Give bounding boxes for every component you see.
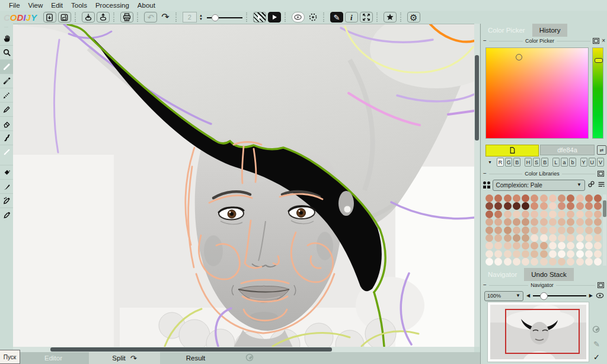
color-swatch[interactable] bbox=[594, 226, 602, 234]
color-swatch[interactable] bbox=[494, 226, 502, 234]
close-panel-icon[interactable]: × bbox=[602, 38, 605, 44]
color-swatch[interactable] bbox=[485, 202, 493, 210]
color-swatch[interactable] bbox=[585, 258, 593, 266]
spin-down-icon[interactable]: ▼ bbox=[199, 17, 203, 21]
color-swatch[interactable] bbox=[558, 226, 566, 234]
color-swatch[interactable] bbox=[531, 258, 538, 266]
color-swatch[interactable] bbox=[576, 258, 584, 266]
curve-tool[interactable] bbox=[0, 130, 13, 145]
print-button[interactable] bbox=[120, 12, 133, 23]
tab-split[interactable]: Split ↷ bbox=[89, 352, 160, 364]
color-swatch[interactable] bbox=[513, 234, 520, 242]
color-swatch[interactable] bbox=[594, 242, 602, 250]
color-swatch[interactable] bbox=[585, 234, 593, 242]
eraser-tool[interactable] bbox=[0, 116, 13, 130]
undo-button[interactable]: ↶ bbox=[144, 12, 157, 23]
color-swatch[interactable] bbox=[485, 194, 493, 202]
tab-undo-stack[interactable]: Undo Stack bbox=[524, 268, 573, 281]
color-swatch[interactable] bbox=[494, 218, 502, 226]
mode-button-v[interactable]: V bbox=[597, 158, 604, 167]
float-panel-icon[interactable] bbox=[598, 282, 604, 288]
collapse-icon[interactable]: − bbox=[483, 171, 487, 177]
color-swatch[interactable] bbox=[494, 258, 502, 266]
color-swatch[interactable] bbox=[485, 250, 493, 258]
color-swatch[interactable] bbox=[513, 226, 520, 234]
color-swatch[interactable] bbox=[531, 226, 538, 234]
brush-size-field[interactable]: 2 bbox=[183, 12, 197, 23]
color-swatch[interactable] bbox=[513, 242, 520, 250]
tab-editor[interactable]: Editor bbox=[18, 352, 89, 364]
color-swatch[interactable] bbox=[594, 250, 602, 258]
color-swatch[interactable] bbox=[558, 234, 566, 242]
color-swatch[interactable] bbox=[540, 210, 548, 218]
color-swatch[interactable] bbox=[522, 234, 529, 242]
color-swatch[interactable] bbox=[513, 194, 520, 202]
color-swatch[interactable] bbox=[513, 218, 520, 226]
brush-tool[interactable] bbox=[0, 179, 13, 193]
color-swatch[interactable] bbox=[531, 218, 538, 226]
color-swatch[interactable] bbox=[576, 226, 584, 234]
edit-pencil-icon[interactable]: ✎ bbox=[593, 340, 600, 349]
color-swatch[interactable] bbox=[504, 210, 512, 218]
menu-view[interactable]: View bbox=[24, 1, 47, 9]
color-swatch[interactable] bbox=[576, 202, 584, 210]
color-swatch[interactable] bbox=[585, 210, 593, 218]
brush-size-stepper[interactable]: ▲ ▼ bbox=[199, 14, 203, 21]
color-swatch[interactable] bbox=[558, 218, 566, 226]
export-button[interactable] bbox=[97, 12, 110, 23]
pen-tool[interactable] bbox=[0, 59, 13, 74]
color-swatch[interactable] bbox=[504, 194, 512, 202]
color-swatch[interactable] bbox=[540, 242, 548, 250]
pan-tool[interactable] bbox=[0, 31, 13, 45]
color-swatch[interactable] bbox=[531, 194, 538, 202]
color-swatch[interactable] bbox=[549, 194, 557, 202]
color-swatch[interactable] bbox=[576, 242, 584, 250]
swatch-grid-scrollbar[interactable] bbox=[603, 194, 606, 266]
color-swatch[interactable] bbox=[567, 210, 574, 218]
library-dropdown[interactable]: Complexion: Pale ▼ bbox=[493, 180, 586, 191]
color-swatch[interactable] bbox=[585, 218, 593, 226]
color-swatch[interactable] bbox=[513, 258, 520, 266]
color-swatch[interactable] bbox=[494, 234, 502, 242]
mode-button-r[interactable]: R bbox=[497, 158, 504, 167]
sample-result-icon[interactable] bbox=[592, 325, 601, 336]
color-swatch[interactable] bbox=[567, 194, 574, 202]
color-swatch[interactable] bbox=[504, 202, 512, 210]
color-swatch[interactable] bbox=[558, 258, 566, 266]
library-category-icon[interactable] bbox=[483, 181, 490, 189]
color-swatch[interactable] bbox=[558, 202, 566, 210]
windows-start-button[interactable]: Пуск bbox=[0, 350, 20, 364]
favorites-button[interactable] bbox=[384, 12, 397, 23]
fill-tool[interactable] bbox=[0, 165, 13, 179]
color-swatch[interactable] bbox=[567, 258, 574, 266]
color-swatch[interactable] bbox=[576, 194, 584, 202]
color-swatch[interactable] bbox=[558, 242, 566, 250]
scrollbar-thumb[interactable] bbox=[603, 200, 606, 217]
scrollbar-thumb[interactable] bbox=[475, 55, 479, 141]
color-swatch[interactable] bbox=[576, 210, 584, 218]
zoom-tool[interactable] bbox=[0, 45, 13, 59]
color-swatch[interactable] bbox=[540, 250, 548, 258]
color-swatch[interactable] bbox=[594, 218, 602, 226]
eyedropper-tool[interactable] bbox=[0, 207, 13, 222]
tab-history[interactable]: History bbox=[532, 24, 568, 37]
color-swatch[interactable] bbox=[549, 242, 557, 250]
color-swatch[interactable] bbox=[567, 226, 574, 234]
color-swatch[interactable] bbox=[531, 250, 538, 258]
float-panel-icon[interactable] bbox=[593, 38, 599, 44]
tab-result[interactable]: Result bbox=[160, 352, 231, 364]
open-file-button[interactable] bbox=[43, 12, 56, 23]
color-swatch[interactable] bbox=[522, 210, 529, 218]
navigator-thumbnail[interactable] bbox=[488, 302, 589, 362]
color-swatch[interactable] bbox=[594, 258, 602, 266]
color-swatch[interactable] bbox=[513, 202, 520, 210]
mode-button-y[interactable]: Y bbox=[580, 158, 587, 167]
scrollbar-thumb[interactable] bbox=[50, 347, 332, 352]
color-swatch[interactable] bbox=[494, 242, 502, 250]
color-swatch[interactable] bbox=[485, 258, 493, 266]
color-swatch[interactable] bbox=[540, 258, 548, 266]
color-swatch[interactable] bbox=[567, 242, 574, 250]
color-swatch[interactable] bbox=[513, 210, 520, 218]
color-swatch[interactable] bbox=[522, 250, 529, 258]
menu-processing[interactable]: Processing bbox=[91, 1, 133, 9]
